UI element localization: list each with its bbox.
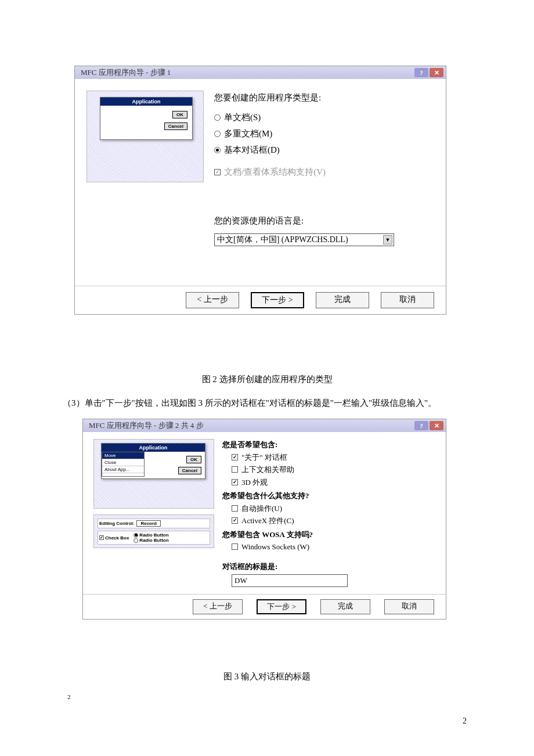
help-icon[interactable]: ? bbox=[414, 421, 428, 430]
menu-move: Move bbox=[102, 452, 144, 459]
preview-ok-button: OK bbox=[172, 111, 187, 118]
dialog-title-input[interactable] bbox=[232, 574, 348, 587]
app-type-question: 您要创建的应用程序类型是: bbox=[214, 91, 434, 105]
check-activex[interactable]: ActiveX 控件(C) bbox=[232, 515, 435, 527]
finish-button[interactable]: 完成 bbox=[320, 599, 370, 614]
dialog2-titlebar: MFC 应用程序向导 - 步骤 2 共 4 步 ? ✕ bbox=[83, 419, 446, 432]
figure2-caption: 图 2 选择所创建的应用程序的类型 bbox=[0, 374, 534, 385]
preview-app-header: Application bbox=[102, 444, 205, 452]
preview-pane-1: Application OK Cancel bbox=[86, 91, 204, 182]
preview-checkbox-label: Check Box bbox=[105, 535, 129, 541]
chevron-down-icon: ▼ bbox=[383, 235, 392, 244]
next-button[interactable]: 下一步 > bbox=[257, 599, 306, 614]
close-icon[interactable]: ✕ bbox=[430, 421, 443, 430]
preview-cancel-button: Cancel bbox=[178, 467, 201, 474]
cancel-button[interactable]: 取消 bbox=[384, 599, 434, 614]
menu-about: About App... bbox=[102, 466, 144, 473]
radio-dialog-based[interactable]: 基本对话框(D) bbox=[214, 143, 434, 157]
check-context-help[interactable]: 上下文相关帮助 bbox=[232, 464, 435, 476]
preview-ok-button: OK bbox=[186, 456, 201, 463]
instruction-paragraph: （3）单击"下一步"按钮，出现如图 3 所示的对话框在"对话框的标题是"一栏输入… bbox=[63, 395, 471, 412]
page-number-left: 2 bbox=[67, 693, 71, 700]
preview-app-header: Application bbox=[100, 98, 192, 106]
cancel-button[interactable]: 取消 bbox=[381, 292, 434, 308]
dialog1-title: MFC 应用程序向导 - 步骤 1 bbox=[81, 67, 171, 78]
editing-control-label: Editing Control: bbox=[99, 521, 134, 526]
next-button[interactable]: 下一步 > bbox=[251, 292, 304, 308]
dialog2-title: MFC 应用程序向导 - 步骤 2 共 4 步 bbox=[89, 420, 204, 431]
radio-multi-doc[interactable]: 多重文档(M) bbox=[214, 127, 434, 141]
mfc-wizard-step2-dialog: MFC 应用程序向导 - 步骤 2 共 4 步 ? ✕ Application … bbox=[82, 419, 446, 620]
check-3d-look[interactable]: 3D 外观 bbox=[232, 477, 435, 488]
close-icon[interactable]: ✕ bbox=[430, 68, 443, 77]
finish-button[interactable]: 完成 bbox=[316, 292, 369, 308]
radio-single-doc[interactable]: 单文档(S) bbox=[214, 110, 434, 124]
back-button[interactable]: < 上一步 bbox=[186, 292, 239, 308]
check-docview-support: 文档/查看体系结构支持(V) bbox=[214, 165, 434, 179]
back-button[interactable]: < 上一步 bbox=[193, 599, 243, 614]
language-value: 中文[简体，中国] (APPWZCHS.DLL) bbox=[217, 233, 348, 246]
help-icon[interactable]: ? bbox=[414, 68, 428, 77]
language-question: 您的资源使用的语言是: bbox=[214, 214, 434, 228]
menu-close: Close bbox=[102, 459, 144, 466]
check-about-dialog[interactable]: "关于" 对话框 bbox=[232, 452, 435, 463]
preview-radio-label-2: Radio Button bbox=[139, 538, 168, 543]
check-automation[interactable]: 自动操作(U) bbox=[232, 503, 435, 514]
dialog-title-question: 对话框的标题是: bbox=[222, 561, 435, 573]
preview-radio-label-1: Radio Button bbox=[139, 532, 168, 538]
preview-cancel-button: Cancel bbox=[164, 123, 187, 130]
preview-pane-2a: Application Move Close About App... OK C… bbox=[93, 439, 214, 509]
language-select[interactable]: 中文[简体，中国] (APPWZCHS.DLL) ▼ bbox=[214, 233, 394, 246]
page-number-right: 2 bbox=[463, 717, 467, 726]
figure3-caption: 图 3 输入对话框的标题 bbox=[0, 671, 534, 682]
other-support-question: 您希望包含什么其他支持? bbox=[222, 490, 435, 502]
editing-control-value: Record bbox=[136, 520, 161, 527]
mfc-wizard-step1-dialog: MFC 应用程序向导 - 步骤 1 ? ✕ Application OK Can… bbox=[74, 66, 446, 315]
include-question: 您是否希望包含: bbox=[222, 439, 435, 451]
preview-pane-2b: Editing Control: Record Check Box Radio … bbox=[93, 514, 214, 548]
wosa-question: 您希望包含 WOSA 支持吗? bbox=[222, 529, 435, 541]
dialog1-titlebar: MFC 应用程序向导 - 步骤 1 ? ✕ bbox=[75, 66, 446, 79]
check-sockets[interactable]: Windows Sockets (W) bbox=[232, 541, 435, 553]
